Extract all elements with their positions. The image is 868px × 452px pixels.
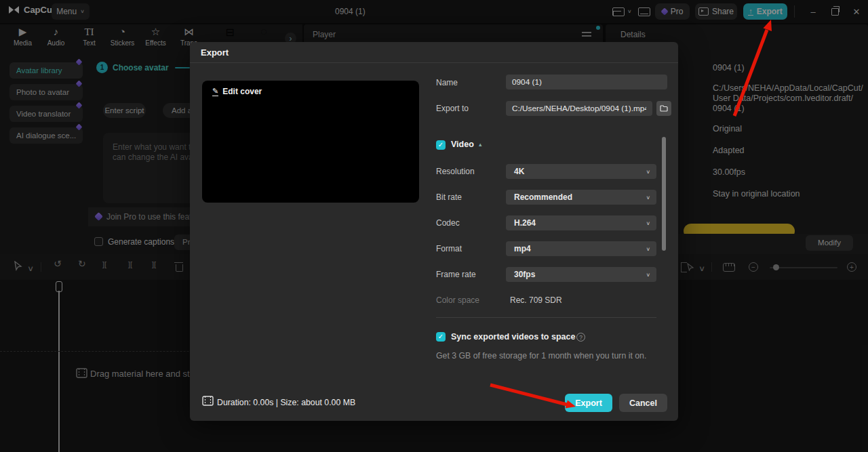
framerate-label: Frame rate: [436, 270, 476, 279]
sync-checkbox[interactable]: ✓: [436, 332, 446, 342]
colorspace-label: Color space: [436, 295, 479, 305]
name-input[interactable]: [506, 75, 667, 89]
name-label: Name: [436, 78, 458, 87]
cover-preview[interactable]: ✎ Edit cover: [202, 81, 419, 203]
chevron-down-icon: ∨: [646, 217, 650, 230]
dialog-section-divider: [436, 317, 656, 318]
sync-label: Sync exported videos to space: [451, 332, 575, 342]
bitrate-label: Bit rate: [436, 192, 462, 202]
cancel-button[interactable]: Cancel: [619, 394, 667, 412]
sync-note: Get 3 GB of free storage for 1 month whe…: [436, 351, 646, 361]
chevron-down-icon: ∨: [646, 268, 650, 281]
codec-label: Codec: [436, 218, 460, 228]
framerate-select[interactable]: 30fps ∨: [506, 267, 656, 282]
codec-select[interactable]: H.264 ∨: [506, 215, 656, 230]
export-path-input[interactable]: [506, 101, 652, 116]
chevron-down-icon: ∨: [646, 243, 650, 255]
chevron-down-icon: ∨: [646, 191, 650, 204]
browse-folder-button[interactable]: [656, 101, 671, 116]
help-icon[interactable]: ?: [576, 333, 585, 342]
film-icon: [202, 396, 214, 406]
duration-size-info: Duration: 0.00s | Size: about 0.00 MB: [217, 398, 355, 407]
capcut-window: CapCut Menu ∨ 0904 (1) ∨ Pro Share ↑ Exp…: [0, 0, 868, 452]
format-label: Format: [436, 244, 462, 253]
export-dialog: Export ✎ Edit cover Name Export to ✓ Vid…: [190, 42, 678, 421]
chevron-down-icon: ∨: [646, 165, 650, 178]
export-to-label: Export to: [436, 104, 469, 113]
dialog-scrollbar[interactable]: [662, 137, 666, 251]
video-section-label: Video: [451, 140, 474, 149]
export-confirm-button[interactable]: Export: [565, 394, 612, 412]
edit-cover-button[interactable]: ✎ Edit cover: [212, 87, 262, 96]
video-checkbox[interactable]: ✓: [436, 140, 446, 150]
collapse-icon[interactable]: ▴: [479, 141, 482, 148]
folder-icon: [660, 105, 668, 112]
dialog-title: Export: [201, 47, 229, 58]
resolution-select[interactable]: 4K ∨: [506, 164, 656, 179]
colorspace-value: Rec. 709 SDR: [510, 295, 562, 305]
pencil-icon: ✎: [212, 87, 218, 96]
bitrate-select[interactable]: Recommended ∨: [506, 190, 656, 205]
dialog-header-divider: [190, 62, 678, 63]
resolution-label: Resolution: [436, 167, 475, 176]
format-select[interactable]: mp4 ∨: [506, 241, 656, 256]
